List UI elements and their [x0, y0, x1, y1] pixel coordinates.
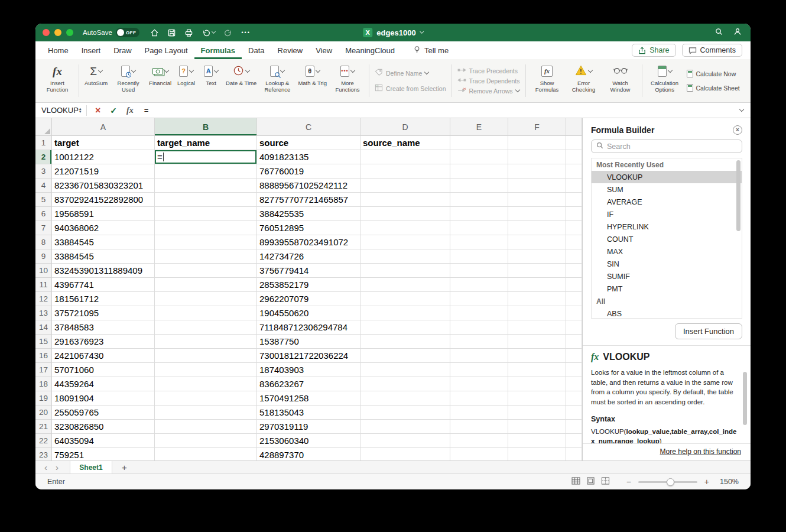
undo-dropdown-icon[interactable]	[212, 30, 216, 34]
cell-F20[interactable]	[508, 406, 566, 420]
cell-partial22[interactable]	[566, 434, 582, 448]
cell-E19[interactable]	[450, 391, 508, 406]
text-dropdown-icon[interactable]	[214, 68, 219, 73]
cell-F3[interactable]	[508, 164, 566, 179]
autosum-dropdown-icon[interactable]	[98, 68, 103, 73]
cell-D8[interactable]	[360, 235, 450, 249]
cell-D22[interactable]	[360, 434, 450, 448]
cell-F10[interactable]	[508, 264, 566, 278]
cell-D15[interactable]	[360, 335, 450, 349]
recently-used-button[interactable]: Recently Used	[110, 59, 147, 102]
page-layout-view-icon[interactable]	[586, 476, 595, 487]
row-header-3[interactable]: 3	[35, 164, 52, 179]
cell-B1[interactable]: target_name	[155, 136, 257, 150]
row-header-22[interactable]: 22	[35, 434, 52, 448]
comments-button[interactable]: Comments	[682, 44, 742, 57]
cell-F22[interactable]	[508, 434, 566, 448]
cell-D6[interactable]	[360, 207, 450, 221]
function-item-average[interactable]: AVERAGE	[592, 196, 742, 208]
cell-E3[interactable]	[450, 164, 508, 179]
function-list-scrollbar[interactable]	[736, 160, 740, 316]
cell-A2[interactable]: 10012122	[52, 150, 155, 164]
row-header-1[interactable]: 1	[35, 136, 52, 150]
tab-page-layout[interactable]: Page Layout	[138, 41, 194, 59]
cell-C6[interactable]: 388425535	[257, 207, 360, 221]
cell-F8[interactable]	[508, 235, 566, 249]
cell-A16[interactable]: 2421067430	[52, 349, 155, 363]
cell-E8[interactable]	[450, 235, 508, 249]
column-header-E[interactable]: E	[450, 118, 508, 136]
cell-B12[interactable]	[155, 292, 257, 306]
cell-B22[interactable]	[155, 434, 257, 448]
column-header-B[interactable]: B	[155, 118, 257, 136]
row-header-7[interactable]: 7	[35, 221, 52, 235]
date-time-dropdown-icon[interactable]	[245, 68, 250, 73]
cell-partial19[interactable]	[566, 391, 582, 406]
cell-F1[interactable]	[508, 136, 566, 150]
cell-partial13[interactable]	[566, 306, 582, 320]
cell-A20[interactable]: 255059765	[52, 406, 155, 420]
save-icon[interactable]	[167, 28, 176, 37]
cell-B15[interactable]	[155, 335, 257, 349]
cell-B3[interactable]	[155, 164, 257, 179]
cell-partial4[interactable]	[566, 179, 582, 193]
cell-C4[interactable]: 888895671025242112	[257, 179, 360, 193]
cell-A14[interactable]: 37848583	[52, 320, 155, 335]
home-icon[interactable]	[150, 28, 159, 37]
cell-C1[interactable]: source	[257, 136, 360, 150]
cell-C13[interactable]: 1904550620	[257, 306, 360, 320]
cell-E22[interactable]	[450, 434, 508, 448]
cell-A15[interactable]: 2916376923	[52, 335, 155, 349]
logical-dropdown-icon[interactable]	[189, 68, 194, 73]
tab-insert[interactable]: Insert	[75, 41, 108, 59]
cell-A5[interactable]: 837029241522892800	[52, 193, 155, 207]
function-item-abs[interactable]: ABS	[592, 307, 742, 319]
cell-D3[interactable]	[360, 164, 450, 179]
cell-D16[interactable]	[360, 349, 450, 363]
formula-input[interactable]: =	[138, 106, 740, 115]
cell-B19[interactable]	[155, 391, 257, 406]
row-header-12[interactable]: 12	[35, 292, 52, 306]
cell-E11[interactable]	[450, 278, 508, 292]
zoom-slider[interactable]	[638, 481, 697, 483]
cell-E6[interactable]	[450, 207, 508, 221]
row-header-2[interactable]: 2	[35, 150, 52, 164]
cell-C14[interactable]: 711848712306294784	[257, 320, 360, 335]
date-time-button[interactable]: Date & Time	[223, 59, 259, 102]
row-header-15[interactable]: 15	[35, 335, 52, 349]
more-functions-button[interactable]: ••• More Functions	[329, 59, 366, 102]
cell-partial14[interactable]	[566, 320, 582, 335]
function-item-if[interactable]: IF	[592, 208, 742, 220]
cell-E13[interactable]	[450, 306, 508, 320]
cell-A8[interactable]: 33884545	[52, 235, 155, 249]
row-header-18[interactable]: 18	[35, 377, 52, 391]
financial-button[interactable]: Financial	[147, 59, 174, 102]
page-break-view-icon[interactable]	[601, 476, 610, 487]
cell-F9[interactable]	[508, 249, 566, 264]
function-item-pmt[interactable]: PMT	[592, 283, 742, 295]
tab-formulas[interactable]: Formulas	[194, 41, 242, 59]
document-title-group[interactable]: X edges1000	[363, 28, 423, 37]
cell-D7[interactable]	[360, 221, 450, 235]
row-header-4[interactable]: 4	[35, 179, 52, 193]
share-button[interactable]: Share	[632, 44, 675, 57]
define-name-dropdown-icon[interactable]	[424, 70, 429, 74]
cell-C16[interactable]: 730018121722036224	[257, 349, 360, 363]
close-window-button[interactable]	[43, 29, 50, 36]
cell-C18[interactable]: 836623267	[257, 377, 360, 391]
normal-view-icon[interactable]	[571, 476, 580, 487]
cell-B18[interactable]	[155, 377, 257, 391]
row-header-13[interactable]: 13	[35, 306, 52, 320]
print-icon[interactable]	[184, 28, 193, 37]
more-help-link[interactable]: More help on this function	[660, 447, 741, 456]
row-header-11[interactable]: 11	[35, 278, 52, 292]
cell-E2[interactable]	[450, 150, 508, 164]
cell-E20[interactable]	[450, 406, 508, 420]
enter-icon[interactable]: ✓	[105, 106, 122, 115]
cell-A1[interactable]: target	[52, 136, 155, 150]
function-search-input[interactable]	[607, 142, 737, 151]
sheet-tab-sheet1[interactable]: Sheet1	[70, 461, 112, 473]
row-header-17[interactable]: 17	[35, 363, 52, 377]
cell-F4[interactable]	[508, 179, 566, 193]
row-header-23[interactable]: 23	[35, 448, 52, 460]
